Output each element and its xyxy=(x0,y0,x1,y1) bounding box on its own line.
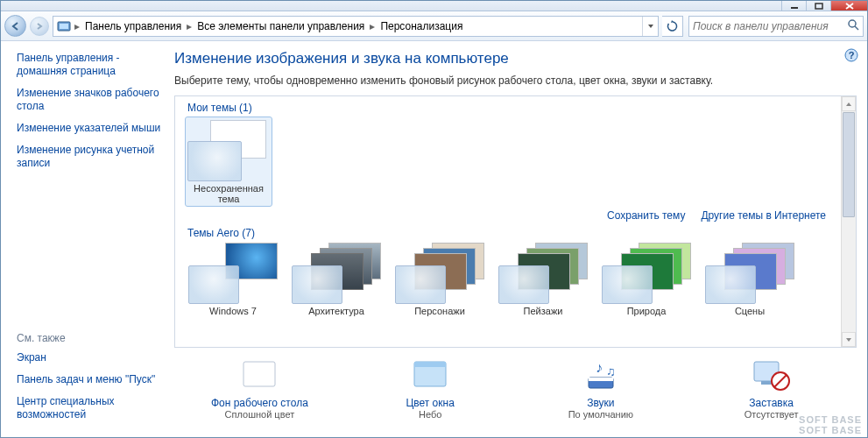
sidebar-link-taskbar[interactable]: Панель задач и меню "Пуск" xyxy=(17,373,162,386)
sidebar: Панель управления - домашняя страница Из… xyxy=(1,41,167,437)
chevron-right-icon: ▸ xyxy=(368,20,377,32)
breadcrumb-item[interactable]: Все элементы панели управления xyxy=(194,20,368,32)
svg-point-6 xyxy=(849,20,856,27)
minimize-button[interactable] xyxy=(781,1,806,11)
theme-item-windows7[interactable]: Windows 7 xyxy=(186,243,280,316)
breadcrumb[interactable]: ▸ Панель управления ▸ Все элементы панел… xyxy=(53,16,659,37)
control-panel-icon xyxy=(57,19,71,33)
aero-themes-header: Темы Aero (7) xyxy=(187,227,845,239)
svg-line-7 xyxy=(855,26,858,30)
forward-button[interactable] xyxy=(30,17,49,36)
svg-rect-12 xyxy=(414,362,446,367)
refresh-button[interactable] xyxy=(662,16,683,37)
sidebar-link-display[interactable]: Экран xyxy=(17,351,162,364)
maximize-button[interactable] xyxy=(806,1,830,11)
breadcrumb-item[interactable]: Персонализация xyxy=(377,20,466,32)
desktop-background-icon xyxy=(238,358,280,393)
sounds-icon: ♪ ♫ xyxy=(580,358,622,393)
scrollbar[interactable] xyxy=(841,96,856,347)
breadcrumb-dropdown[interactable] xyxy=(642,17,658,36)
help-icon[interactable]: ? xyxy=(844,48,858,62)
theme-item-unsaved[interactable]: Несохраненная тема xyxy=(186,117,272,206)
setting-window-color[interactable]: Цвет окна Небо xyxy=(360,358,500,420)
themes-list: Мои темы (1) Несохраненная тема Сохранит… xyxy=(174,95,857,348)
chevron-right-icon: ▸ xyxy=(73,20,81,32)
save-theme-link[interactable]: Сохранить тему xyxy=(607,209,685,222)
page-description: Выберите тему, чтобы одновременно измени… xyxy=(174,74,857,87)
content-area: ? Изменение изображения и звука на компь… xyxy=(167,41,867,437)
scroll-thumb[interactable] xyxy=(843,112,855,217)
svg-text:♫: ♫ xyxy=(606,364,616,378)
more-themes-link[interactable]: Другие темы в Интернете xyxy=(701,209,826,222)
navigation-bar: ▸ Панель управления ▸ Все элементы панел… xyxy=(1,11,867,41)
see-also-label: См. также xyxy=(17,332,162,344)
scroll-down-button[interactable] xyxy=(842,332,856,347)
search-input[interactable] xyxy=(693,20,847,32)
theme-label: Несохраненная тема xyxy=(186,183,272,204)
back-button[interactable] xyxy=(4,15,26,37)
svg-rect-10 xyxy=(243,362,275,386)
setting-screensaver[interactable]: Заставка Отсутствует xyxy=(702,358,842,420)
theme-item-scenes[interactable]: Сцены xyxy=(702,243,797,316)
svg-text:?: ? xyxy=(849,50,855,60)
theme-item-nature[interactable]: Природа xyxy=(599,243,694,316)
sidebar-link-desktop-icons[interactable]: Изменение значков рабочего стола xyxy=(17,87,162,113)
search-icon[interactable] xyxy=(847,18,859,33)
setting-desktop-background[interactable]: Фон рабочего стола Сплошной цвет xyxy=(189,358,329,420)
watermark: SOFT BASESOFT BASE xyxy=(799,414,862,435)
theme-item-characters[interactable]: Персонажи xyxy=(392,243,487,316)
theme-item-landscapes[interactable]: Пейзажи xyxy=(496,243,590,316)
svg-text:♪: ♪ xyxy=(596,360,603,375)
svg-rect-1 xyxy=(815,4,822,9)
scroll-up-button[interactable] xyxy=(842,96,856,111)
sidebar-link-ease-of-access[interactable]: Центр специальных возможностей xyxy=(17,395,162,421)
window-color-icon xyxy=(409,358,451,393)
breadcrumb-item[interactable]: Панель управления xyxy=(81,20,185,32)
close-button[interactable] xyxy=(830,1,867,11)
control-panel-home-link[interactable]: Панель управления - домашняя страница xyxy=(17,52,162,78)
svg-rect-5 xyxy=(60,24,68,29)
theme-thumbnail xyxy=(187,120,270,181)
my-themes-header: Мои темы (1) xyxy=(187,102,845,114)
theme-item-architecture[interactable]: Архитектура xyxy=(289,243,384,316)
setting-sounds[interactable]: ♪ ♫ Звуки По умолчанию xyxy=(531,358,671,420)
svg-rect-18 xyxy=(761,381,772,385)
screensaver-icon xyxy=(751,358,793,393)
sidebar-link-mouse-pointers[interactable]: Изменение указателей мыши xyxy=(17,122,162,135)
search-box[interactable] xyxy=(688,16,864,37)
page-title: Изменение изображения и звука на компьют… xyxy=(174,50,857,67)
sidebar-link-account-picture[interactable]: Изменение рисунка учетной записи xyxy=(17,144,162,170)
chevron-right-icon: ▸ xyxy=(185,20,194,32)
window-titlebar xyxy=(1,1,867,11)
settings-row: Фон рабочего стола Сплошной цвет Цвет ок… xyxy=(174,348,857,420)
